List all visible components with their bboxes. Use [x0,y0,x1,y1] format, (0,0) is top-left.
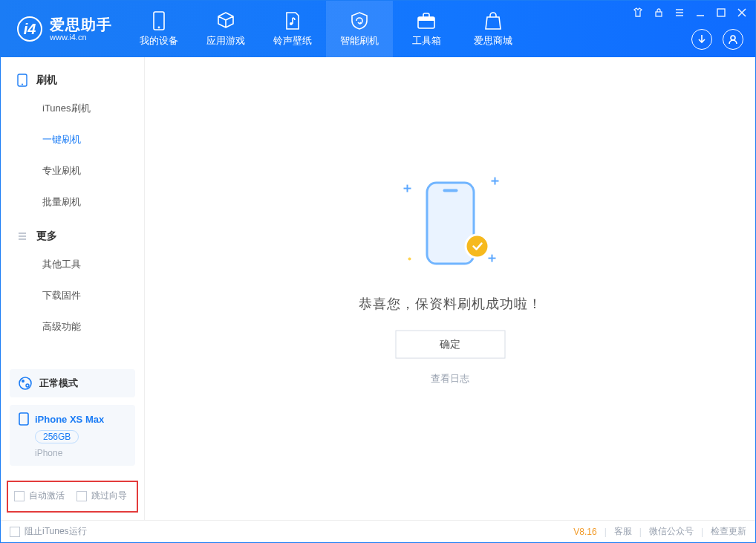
nav-toolbox[interactable]: 工具箱 [393,1,460,57]
sidebar-group-header: 更多 [1,224,144,249]
success-panel: 恭喜您，保资料刷机成功啦！ 确定 查看日志 [359,171,542,385]
menu-icon[interactable] [674,7,685,19]
skip-guide-checkbox[interactable]: 跳过向导 [76,490,127,502]
sparkle-icon [488,254,495,261]
nav-label: 应用游戏 [206,34,245,48]
sidebar: 刷机 iTunes刷机 一键刷机 专业刷机 批量刷机 更多 其他工具 下载固件 … [1,57,145,520]
device-name-row: iPhone XS Max [19,412,126,426]
separator: | [605,527,607,537]
device-type: iPhone [35,448,126,458]
device-mode-panel[interactable]: 正常模式 [10,369,135,397]
svg-point-2 [290,22,293,25]
device-icon [19,412,29,426]
nav-apps[interactable]: 应用游戏 [192,1,259,57]
sidebar-item-onekey-flash[interactable]: 一键刷机 [1,124,144,155]
main-content: 恭喜您，保资料刷机成功啦！ 确定 查看日志 [145,57,755,520]
nav-shop[interactable]: 爱思商城 [460,1,527,57]
lock-icon[interactable] [653,7,665,19]
logo: i4 爱思助手 www.i4.cn [1,1,126,57]
logo-icon: i4 [17,16,42,42]
toolbox-icon [417,11,436,30]
sidebar-item-pro-flash[interactable]: 专业刷机 [1,155,144,186]
device-icon [149,11,169,30]
download-button[interactable] [691,29,712,50]
nav-flash[interactable]: 智能刷机 [326,1,393,57]
status-bar: 阻止iTunes运行 V8.16 | 客服 | 微信公众号 | 检查更新 [1,520,755,542]
nav-ringtones[interactable]: 铃声壁纸 [259,1,326,57]
svg-rect-13 [19,413,28,425]
checkbox-label: 阻止iTunes运行 [25,526,87,536]
checkbox-icon [10,527,20,537]
app-header: i4 爱思助手 www.i4.cn 我的设备 应用游戏 铃声壁纸 [1,1,755,57]
sidebar-group-title: 更多 [36,230,57,243]
sparkle-icon [491,177,498,184]
version-label: V8.16 [573,527,596,537]
sidebar-item-itunes-flash[interactable]: iTunes刷机 [1,93,144,124]
status-left: 阻止iTunes运行 [10,525,573,538]
app-title: 爱思助手 [50,16,112,33]
mode-label: 正常模式 [39,377,78,390]
sidebar-group-flash: 刷机 iTunes刷机 一键刷机 专业刷机 批量刷机 [1,68,144,218]
device-panel[interactable]: iPhone XS Max 256GB iPhone [10,405,135,466]
svg-point-10 [19,377,31,389]
close-icon[interactable] [736,7,748,19]
maximize-icon[interactable] [715,7,727,19]
success-check-icon [464,233,489,259]
check-update-link[interactable]: 检查更新 [711,525,746,538]
nav-label: 铃声壁纸 [273,34,312,48]
block-itunes-checkbox[interactable]: 阻止iTunes运行 [10,525,87,538]
checkbox-icon [76,491,87,501]
nav-my-device[interactable]: 我的设备 [126,1,192,57]
sidebar-item-batch-flash[interactable]: 批量刷机 [1,186,144,218]
nav-label: 我的设备 [140,34,178,48]
wechat-link[interactable]: 微信公众号 [649,525,694,538]
top-nav: 我的设备 应用游戏 铃声壁纸 智能刷机 工具箱 [126,1,527,57]
device-capacity: 256GB [35,430,79,443]
user-button[interactable] [723,29,743,50]
sidebar-group-more: 更多 其他工具 下载固件 高级功能 [1,224,144,342]
sidebar-group-title: 刷机 [36,74,57,87]
music-file-icon [283,11,302,30]
auto-activate-checkbox[interactable]: 自动激活 [14,490,65,502]
svg-rect-4 [418,17,434,21]
nav-label: 爱思商城 [474,34,512,48]
window-controls [632,7,748,19]
device-name: iPhone XS Max [35,414,104,425]
mode-icon [19,377,32,390]
svg-rect-5 [656,12,662,16]
success-message: 恭喜您，保资料刷机成功啦！ [359,294,542,312]
minimize-icon[interactable] [694,7,706,19]
tshirt-icon[interactable] [632,7,644,19]
app-subtitle: www.i4.cn [50,33,112,42]
refresh-shield-icon [350,11,369,30]
dot-icon [408,257,411,260]
app-body: 刷机 iTunes刷机 一键刷机 专业刷机 批量刷机 更多 其他工具 下载固件 … [1,57,755,520]
svg-point-1 [158,26,160,28]
svg-point-12 [26,384,29,387]
sidebar-group-header: 刷机 [1,68,144,93]
svg-point-7 [731,36,735,40]
sidebar-item-advanced[interactable]: 高级功能 [1,311,144,342]
kefu-link[interactable]: 客服 [614,525,632,538]
bag-icon [483,11,503,30]
svg-point-11 [22,380,25,383]
sidebar-item-other-tools[interactable]: 其他工具 [1,249,144,280]
separator: | [639,527,642,537]
phone-icon [17,74,27,87]
sidebar-item-download-firmware[interactable]: 下载固件 [1,280,144,311]
checkbox-icon [14,491,25,501]
svg-rect-6 [717,9,725,16]
separator: | [701,527,703,537]
sparkle-icon [403,184,411,192]
confirm-button[interactable]: 确定 [395,330,505,358]
nav-label: 工具箱 [412,34,441,48]
nav-label: 智能刷机 [340,34,379,48]
svg-point-9 [22,84,23,85]
logo-text: 爱思助手 www.i4.cn [50,16,112,42]
list-icon [17,231,27,241]
cube-icon [216,11,235,30]
status-right: V8.16 | 客服 | 微信公众号 | 检查更新 [573,525,746,538]
sidebar-groups: 刷机 iTunes刷机 一键刷机 专业刷机 批量刷机 更多 其他工具 下载固件 … [1,57,144,363]
success-illustration [402,171,498,275]
view-log-link[interactable]: 查看日志 [431,371,469,385]
